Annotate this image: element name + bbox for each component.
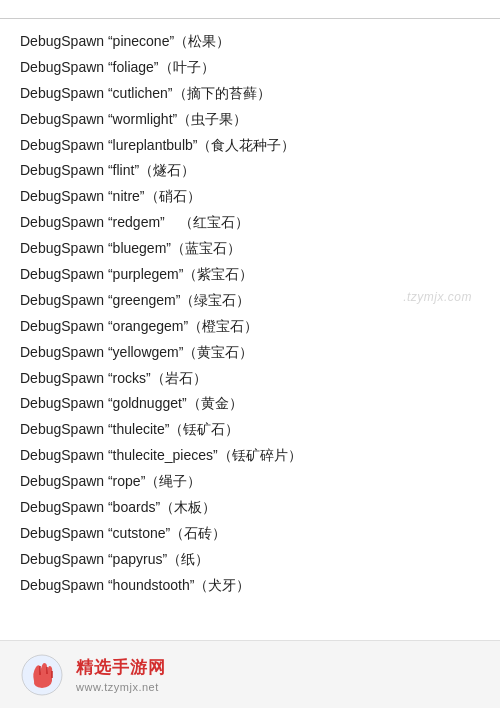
list-item: DebugSpawn “redgem” （红宝石）: [20, 210, 480, 236]
command: DebugSpawn: [20, 162, 104, 178]
footer-logo: [20, 653, 64, 697]
list-item: DebugSpawn “greengem”（绿宝石）: [20, 288, 480, 314]
command: DebugSpawn: [20, 577, 104, 593]
item-translation: （摘下的苔藓）: [173, 85, 271, 101]
list-item: DebugSpawn “nitre”（硝石）: [20, 184, 480, 210]
command: DebugSpawn: [20, 85, 104, 101]
list-item: DebugSpawn “flint”（燧石）: [20, 158, 480, 184]
item-key: “nitre”: [108, 188, 145, 204]
item-key: “papyrus”: [108, 551, 167, 567]
command: DebugSpawn: [20, 370, 104, 386]
item-key: “thulecite_pieces”: [108, 447, 218, 463]
item-translation: （红宝石）: [179, 214, 249, 230]
command: DebugSpawn: [20, 59, 104, 75]
item-key: “cutstone”: [108, 525, 170, 541]
list-item: DebugSpawn “rocks”（岩石）: [20, 366, 480, 392]
item-key: “rocks”: [108, 370, 151, 386]
command: DebugSpawn: [20, 266, 104, 282]
command: DebugSpawn: [20, 447, 104, 463]
list-item: DebugSpawn “houndstooth”（犬牙）: [20, 573, 480, 599]
item-key: “pinecone”: [108, 33, 174, 49]
list-item: DebugSpawn “yellowgem”（黄宝石）: [20, 340, 480, 366]
item-translation: （硝石）: [145, 188, 201, 204]
list-item: DebugSpawn “cutlichen”（摘下的苔藓）: [20, 81, 480, 107]
command: DebugSpawn: [20, 33, 104, 49]
item-translation: （松果）: [174, 33, 230, 49]
item-translation: （紫宝石）: [183, 266, 253, 282]
command: DebugSpawn: [20, 551, 104, 567]
command: DebugSpawn: [20, 318, 104, 334]
command: DebugSpawn: [20, 421, 104, 437]
item-translation: （食人花种子）: [197, 137, 295, 153]
top-divider: [0, 18, 500, 19]
list-item: DebugSpawn “orangegem”（橙宝石）: [20, 314, 480, 340]
item-key: “boards”: [108, 499, 160, 515]
command: DebugSpawn: [20, 499, 104, 515]
list-item: DebugSpawn “rope”（绳子）: [20, 469, 480, 495]
list-item: DebugSpawn “boards”（木板）: [20, 495, 480, 521]
item-key: “houndstooth”: [108, 577, 194, 593]
footer: 精选手游网 www.tzymjx.net: [0, 640, 500, 708]
list-item: DebugSpawn “thulecite”（铥矿石）: [20, 417, 480, 443]
item-translation: （铥矿碎片）: [218, 447, 302, 463]
item-translation: （岩石）: [151, 370, 207, 386]
list-item: DebugSpawn “cutstone”（石砖）: [20, 521, 480, 547]
item-key: “redgem”: [108, 214, 165, 230]
command: DebugSpawn: [20, 473, 104, 489]
item-key: “orangegem”: [108, 318, 188, 334]
command: DebugSpawn: [20, 214, 104, 230]
item-translation: （黄宝石）: [183, 344, 253, 360]
item-translation: （叶子）: [159, 59, 215, 75]
item-translation: （木板）: [160, 499, 216, 515]
item-key: “lureplantbulb”: [108, 137, 198, 153]
list-item: DebugSpawn “lureplantbulb”（食人花种子）: [20, 133, 480, 159]
item-key: “thulecite”: [108, 421, 169, 437]
item-key: “flint”: [108, 162, 139, 178]
item-key: “cutlichen”: [108, 85, 173, 101]
command: DebugSpawn: [20, 292, 104, 308]
command: DebugSpawn: [20, 395, 104, 411]
footer-text-block: 精选手游网 www.tzymjx.net: [76, 656, 166, 693]
item-translation: （石砖）: [170, 525, 226, 541]
command: DebugSpawn: [20, 525, 104, 541]
item-translation: （橙宝石）: [188, 318, 258, 334]
list-item: DebugSpawn “bluegem”（蓝宝石）: [20, 236, 480, 262]
command: DebugSpawn: [20, 111, 104, 127]
item-translation: （蓝宝石）: [171, 240, 241, 256]
list-item: DebugSpawn “purplegem”（紫宝石）: [20, 262, 480, 288]
item-translation: （纸）: [167, 551, 209, 567]
item-translation: （燧石）: [139, 162, 195, 178]
item-key: “bluegem”: [108, 240, 171, 256]
item-translation: （犬牙）: [194, 577, 250, 593]
list-item: DebugSpawn “foliage”（叶子）: [20, 55, 480, 81]
item-translation: （绿宝石）: [180, 292, 250, 308]
command: DebugSpawn: [20, 240, 104, 256]
list-item: DebugSpawn “wormlight”（虫子果）: [20, 107, 480, 133]
item-key: “yellowgem”: [108, 344, 183, 360]
item-translation: （虫子果）: [177, 111, 247, 127]
content-list: DebugSpawn “pinecone”（松果）DebugSpawn “fol…: [0, 29, 500, 599]
footer-sub-text: www.tzymjx.net: [76, 681, 166, 693]
list-item: DebugSpawn “pinecone”（松果）: [20, 29, 480, 55]
item-key: “greengem”: [108, 292, 180, 308]
item-translation: （铥矿石）: [169, 421, 239, 437]
item-translation: （黄金）: [187, 395, 243, 411]
command: DebugSpawn: [20, 188, 104, 204]
item-translation: （绳子）: [145, 473, 201, 489]
list-item: DebugSpawn “thulecite_pieces”（铥矿碎片）: [20, 443, 480, 469]
command: DebugSpawn: [20, 344, 104, 360]
footer-main-text: 精选手游网: [76, 656, 166, 679]
item-key: “foliage”: [108, 59, 159, 75]
item-key: “wormlight”: [108, 111, 177, 127]
item-key: “goldnugget”: [108, 395, 187, 411]
item-key: “purplegem”: [108, 266, 183, 282]
command: DebugSpawn: [20, 137, 104, 153]
list-item: DebugSpawn “goldnugget”（黄金）: [20, 391, 480, 417]
list-item: DebugSpawn “papyrus”（纸）: [20, 547, 480, 573]
item-key: “rope”: [108, 473, 145, 489]
